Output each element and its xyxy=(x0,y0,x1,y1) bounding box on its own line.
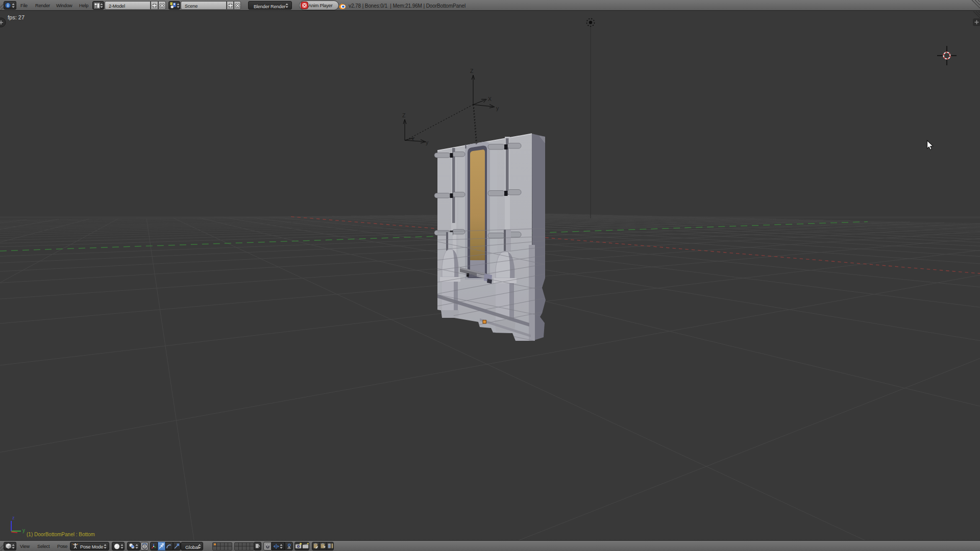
svg-text:Z: Z xyxy=(470,68,474,74)
svg-text:z: z xyxy=(12,515,15,520)
svg-text:X: X xyxy=(488,96,492,102)
svg-text:y: y xyxy=(496,105,499,111)
svg-text:x: x xyxy=(411,136,414,142)
svg-text:(1) DoorBottomPanel : Bottom: (1) DoorBottomPanel : Bottom xyxy=(27,532,95,537)
svg-text:fps: 27: fps: 27 xyxy=(8,14,24,20)
svg-text:2: 2 xyxy=(132,545,133,547)
svg-text:y: y xyxy=(426,139,429,145)
svg-text:Z: Z xyxy=(402,112,406,118)
svg-text:y: y xyxy=(22,528,25,533)
